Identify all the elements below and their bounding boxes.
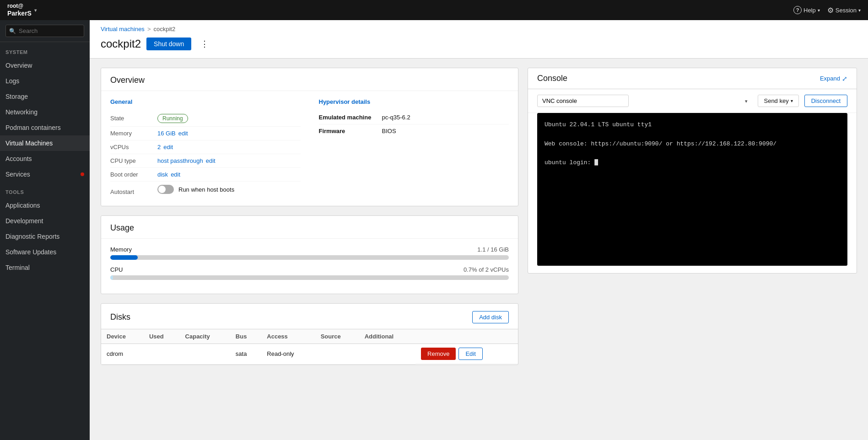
- sidebar-item-logs[interactable]: Logs: [0, 73, 90, 89]
- help-button[interactable]: ? Help ▾: [793, 6, 820, 14]
- console-line-3: Web console: https://ubuntu:9090/ or htt…: [545, 140, 840, 149]
- overview-card-body: General State Running Memory: [101, 91, 518, 206]
- kebab-menu-button[interactable]: ⋮: [197, 37, 212, 51]
- autostart-label: Run when host boots: [178, 186, 234, 193]
- overview-grid: General State Running Memory: [110, 98, 509, 199]
- console-line-5: ubuntu login: █: [545, 158, 840, 168]
- emulated-row: Emulated machine pc-q35-6.2: [319, 111, 509, 124]
- expand-link[interactable]: Expand ⤢: [820, 75, 847, 82]
- gear-icon: ⚙: [827, 6, 834, 15]
- sidebar-item-label: Applications: [5, 202, 40, 209]
- console-line-4: [545, 149, 840, 158]
- sidebar-item-development[interactable]: Development: [0, 213, 90, 229]
- cell-actions: Remove Edit: [415, 344, 518, 364]
- remove-disk-button[interactable]: Remove: [421, 348, 456, 360]
- sidebar-item-accounts[interactable]: Accounts: [0, 151, 90, 166]
- firmware-key: Firmware: [319, 128, 378, 134]
- overview-general-col: General State Running Memory: [110, 98, 301, 199]
- bootorder-edit-link[interactable]: edit: [171, 171, 180, 178]
- edit-disk-button[interactable]: Edit: [458, 348, 482, 360]
- topbar: root@ ParkerS ▾ ? Help ▾ ⚙ Session ▾: [0, 0, 868, 20]
- cpu-usage-value: 0.7% of 2 vCPUs: [464, 266, 509, 273]
- breadcrumb: Virtual machines > cockpit2: [101, 26, 857, 32]
- shutdown-button[interactable]: Shut down: [146, 38, 191, 50]
- cell-bus: sata: [230, 344, 261, 365]
- memory-progress-fill: [110, 255, 138, 260]
- memory-key: Memory: [110, 130, 154, 137]
- sidebar-item-services[interactable]: Services: [0, 166, 90, 182]
- memory-usage-value: 1.1 / 16 GiB: [477, 246, 509, 253]
- cell-device: cdrom: [101, 344, 144, 365]
- sidebar-item-applications[interactable]: Applications: [0, 198, 90, 213]
- main-content: Virtual machines > cockpit2 cockpit2 Shu…: [90, 20, 868, 440]
- help-label: Help: [803, 7, 816, 14]
- sidebar-item-virtual-machines[interactable]: Virtual Machines: [0, 135, 90, 151]
- sidebar-item-terminal[interactable]: Terminal: [0, 260, 90, 275]
- right-column: Console Expand ⤢ VNC console ▾: [528, 68, 857, 431]
- sidebar: 🔍 System Overview Logs Storage Networkin…: [0, 20, 90, 440]
- sidebar-item-label: Networking: [5, 108, 38, 116]
- overview-hypervisor-col: Hypervisor details Emulated machine pc-q…: [319, 98, 509, 199]
- console-screen[interactable]: Ubuntu 22.04.1 LTS ubuntu tty1 Web conso…: [537, 113, 847, 266]
- sidebar-item-overview[interactable]: Overview: [0, 58, 90, 73]
- breadcrumb-parent[interactable]: Virtual machines: [101, 26, 145, 32]
- col-device: Device: [101, 329, 144, 344]
- vcpus-val: 2 edit: [157, 144, 173, 150]
- col-used: Used: [144, 329, 180, 344]
- bootorder-val: disk edit: [157, 171, 180, 178]
- col-access: Access: [261, 329, 315, 344]
- disconnect-button[interactable]: Disconnect: [804, 95, 847, 107]
- memory-edit-link[interactable]: edit: [178, 130, 188, 137]
- sidebar-system-header: System: [0, 42, 90, 58]
- content-area: Overview General State Running: [90, 59, 868, 440]
- state-key: State: [110, 115, 154, 122]
- autostart-toggle[interactable]: [157, 185, 174, 194]
- search-input[interactable]: [5, 25, 84, 37]
- sidebar-item-label: Accounts: [5, 155, 32, 162]
- state-val: Running: [157, 114, 188, 123]
- page-title: cockpit2: [101, 38, 141, 50]
- send-key-button[interactable]: Send key ▾: [758, 95, 798, 107]
- brand[interactable]: root@ ParkerS ▾: [7, 3, 793, 17]
- disk-table-head: Device Used Capacity Bus Access Source A…: [101, 329, 518, 344]
- usage-card-title: Usage: [101, 216, 518, 239]
- cpu-usage-row: CPU 0.7% of 2 vCPUs: [110, 266, 509, 280]
- col-bus: Bus: [230, 329, 261, 344]
- add-disk-button[interactable]: Add disk: [472, 311, 509, 323]
- expand-icon: ⤢: [842, 75, 847, 82]
- sidebar-item-podman[interactable]: Podman containers: [0, 120, 90, 135]
- sidebar-item-networking[interactable]: Networking: [0, 104, 90, 120]
- firmware-val: BIOS: [382, 128, 396, 134]
- memory-usage-label: Memory: [110, 246, 132, 253]
- sidebar-item-label: Diagnostic Reports: [5, 233, 59, 240]
- sidebar-item-diagnostic[interactable]: Diagnostic Reports: [0, 229, 90, 244]
- memory-val: 16 GiB edit: [157, 130, 188, 137]
- cputype-edit-link[interactable]: edit: [206, 157, 216, 164]
- memory-usage-header: Memory 1.1 / 16 GiB: [110, 246, 509, 253]
- disks-card: Disks Add disk Device Used Capacity Bus …: [101, 303, 518, 365]
- memory-usage-row: Memory 1.1 / 16 GiB: [110, 246, 509, 260]
- session-label: Session: [836, 7, 857, 14]
- sidebar-item-storage[interactable]: Storage: [0, 89, 90, 104]
- firmware-row: Firmware BIOS: [319, 124, 509, 138]
- console-header: Console Expand ⤢: [528, 68, 857, 89]
- console-controls: VNC console ▾ Send key ▾ Disconnect: [528, 89, 857, 113]
- layout: 🔍 System Overview Logs Storage Networkin…: [0, 20, 868, 440]
- vnc-select-wrap: VNC console ▾: [537, 95, 752, 107]
- state-badge: Running: [157, 114, 188, 123]
- search-box: 🔍: [0, 20, 90, 42]
- vcpus-edit-link[interactable]: edit: [163, 144, 173, 150]
- hypervisor-section-label: Hypervisor details: [319, 98, 509, 105]
- disks-card-title: Disks: [110, 312, 130, 322]
- cputype-key: CPU type: [110, 157, 154, 164]
- session-button[interactable]: ⚙ Session ▾: [827, 6, 861, 15]
- username-label: root@: [7, 3, 32, 9]
- autostart-toggle-wrap: Run when host boots: [157, 185, 234, 194]
- brand-chevron-icon[interactable]: ▾: [34, 8, 37, 13]
- page-header: Virtual machines > cockpit2 cockpit2 Shu…: [90, 20, 868, 59]
- bootorder-value: disk: [157, 171, 168, 178]
- sidebar-item-software-updates[interactable]: Software Updates: [0, 244, 90, 260]
- vcpus-key: vCPUs: [110, 144, 154, 150]
- help-chevron-icon: ▾: [818, 8, 820, 13]
- vnc-console-select[interactable]: VNC console: [537, 95, 629, 107]
